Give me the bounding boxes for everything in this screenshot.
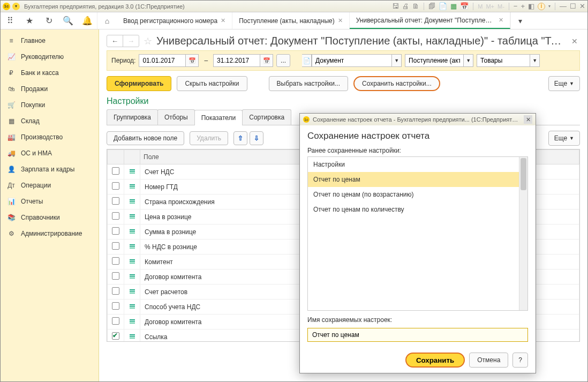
choose-settings-button[interactable]: Выбрать настройки... — [269, 76, 348, 91]
list-item[interactable]: Отчет по ценам — [308, 172, 527, 187]
info-icon[interactable]: i — [538, 3, 545, 10]
checkbox[interactable] — [112, 242, 119, 250]
tab-row: ⠿ ★ ↻ 🔍 🔔 ⌂ Ввод регистрационного номера… — [1, 12, 587, 29]
checkbox[interactable] — [112, 272, 119, 280]
sidebar-item[interactable]: 👤Зарплата и кадры — [1, 161, 99, 177]
list-item[interactable]: Настройки — [308, 157, 527, 172]
help-button[interactable]: ? — [512, 353, 528, 368]
sidebar-item[interactable]: 🚚ОС и НМА — [1, 145, 99, 161]
calendar-icon[interactable]: 📅 — [260, 54, 273, 67]
sidebar-item[interactable]: ▦Склад — [1, 113, 99, 129]
tab-grouping[interactable]: Группировка — [107, 109, 158, 125]
bell-icon[interactable]: 🔔 — [78, 16, 97, 26]
checkbox[interactable] — [112, 332, 119, 340]
apps-icon[interactable]: ⠿ — [1, 16, 20, 26]
tab-overflow-icon[interactable]: ▾ — [510, 12, 530, 29]
doc-type-select[interactable] — [405, 54, 464, 67]
tab-universal-report[interactable]: Универсальный отчет: Документ "Поступлен… — [350, 12, 510, 29]
close-icon[interactable]: ✕ — [579, 2, 585, 10]
page-close-icon[interactable]: ✕ — [569, 37, 580, 46]
sidebar-item[interactable]: 📈Руководителю — [1, 49, 99, 65]
history-icon[interactable]: ↻ — [39, 16, 58, 26]
checkbox[interactable] — [112, 197, 119, 205]
period-from-input[interactable] — [139, 54, 186, 67]
sidebar-item[interactable]: 🏭Производство — [1, 129, 99, 145]
tab-close-icon[interactable]: ✕ — [338, 17, 343, 24]
add-field-button[interactable]: Добавить новое поле — [107, 131, 184, 145]
nav-back-icon[interactable]: ← — [107, 35, 123, 47]
sidebar-item[interactable]: 🛒Покупки — [1, 97, 99, 113]
calendar-icon[interactable]: ▦ — [450, 2, 457, 10]
object-type-select[interactable] — [312, 54, 392, 67]
delete-button[interactable]: Удалить — [190, 131, 228, 145]
checkbox[interactable] — [112, 212, 119, 220]
chevron-down-icon[interactable]: ▼ — [464, 54, 473, 67]
chevron-down-icon[interactable]: ▼ — [392, 54, 402, 67]
checkbox[interactable] — [112, 182, 119, 190]
tab-close-icon[interactable]: ✕ — [499, 17, 503, 24]
scrollbar[interactable] — [519, 157, 527, 310]
sidebar-item[interactable]: 🛍Продажи — [1, 81, 99, 97]
mem-m[interactable]: M — [478, 3, 483, 10]
print-icon[interactable]: 🖨 — [402, 2, 409, 10]
tab-reg-number[interactable]: Ввод регистрационного номера ✕ — [117, 12, 232, 29]
page-title: Универсальный отчет: Документ "Поступлен… — [156, 35, 565, 47]
sidebar-item[interactable]: ДтОперации — [1, 177, 99, 193]
sidebar-label: Покупки — [21, 101, 45, 109]
tab-sorting[interactable]: Сортировка — [242, 109, 291, 125]
save-settings-button[interactable]: Сохранить настройки... — [353, 76, 440, 91]
checkbox[interactable] — [112, 302, 119, 310]
tab-indicators[interactable]: Показатели — [194, 110, 243, 125]
maximize-icon[interactable]: ☐ — [570, 2, 576, 10]
settings-name-input[interactable] — [307, 328, 528, 342]
sidebar-item[interactable]: ≡Главное — [1, 33, 99, 49]
tab-filters[interactable]: Отборы — [157, 109, 195, 125]
period-picker-button[interactable]: ... — [276, 54, 290, 67]
table-select[interactable] — [477, 54, 530, 67]
checkbox[interactable] — [112, 287, 119, 295]
checkbox[interactable] — [112, 317, 119, 325]
list-item[interactable]: Отчет по ценам (по возрастанию) — [308, 187, 527, 202]
move-down-icon[interactable]: ⇩ — [250, 131, 263, 145]
saved-settings-list[interactable]: НастройкиОтчет по ценамОтчет по ценам (п… — [307, 156, 528, 311]
app-menu-dropdown[interactable]: ▾ — [12, 3, 20, 10]
mem-mplus[interactable]: M+ — [486, 3, 494, 10]
compare-icon[interactable]: 🗐 — [428, 2, 435, 10]
minimize-icon[interactable]: — — [560, 2, 567, 10]
favorite-icon[interactable]: ☆ — [144, 35, 152, 47]
sidebar-item[interactable]: ₽Банк и касса — [1, 65, 99, 81]
tab-close-icon[interactable]: ✕ — [221, 17, 225, 24]
mem-mminus[interactable]: M- — [497, 3, 504, 10]
list-item[interactable]: Отчет по ценам по количеству — [308, 202, 527, 217]
form-button[interactable]: Сформировать — [107, 76, 171, 91]
copy-icon[interactable]: 📄 — [439, 2, 447, 10]
nav-forward-icon[interactable]: → — [123, 35, 139, 47]
date-icon[interactable]: 📅 — [460, 2, 469, 10]
more-button[interactable]: Еще▼ — [548, 131, 580, 146]
zoom-out-icon[interactable]: − — [514, 2, 518, 10]
save-button[interactable]: Сохранить — [405, 353, 465, 368]
calendar-icon[interactable]: 📅 — [186, 54, 199, 67]
chevron-down-icon[interactable]: ▼ — [530, 54, 540, 67]
field-icon — [124, 299, 140, 314]
move-up-icon[interactable]: ⇧ — [233, 131, 247, 145]
checkbox[interactable] — [112, 227, 119, 235]
hide-settings-button[interactable]: Скрыть настройки — [177, 76, 247, 91]
save-icon[interactable]: 🖫 — [392, 2, 399, 10]
sidebar-item[interactable]: 📚Справочники — [1, 209, 99, 226]
panels-icon[interactable]: ◧ — [528, 2, 534, 10]
checkbox[interactable] — [112, 257, 119, 265]
more-button[interactable]: Еще▼ — [548, 76, 580, 91]
dialog-close-icon[interactable]: ✕ — [524, 115, 532, 124]
period-to-input[interactable] — [213, 54, 260, 67]
zoom-in-icon[interactable]: + — [521, 2, 525, 10]
search-icon[interactable]: 🔍 — [58, 16, 78, 26]
sidebar-item[interactable]: 📊Отчеты — [1, 193, 99, 209]
tab-postuplenie[interactable]: Поступление (акты, накладные) ✕ — [232, 12, 350, 29]
sidebar-item[interactable]: ⚙Администрирование — [1, 226, 99, 242]
preview-icon[interactable]: 🗎 — [412, 2, 419, 10]
home-tab-icon[interactable]: ⌂ — [97, 12, 117, 29]
star-icon[interactable]: ★ — [20, 16, 39, 26]
checkbox[interactable] — [112, 167, 119, 175]
cancel-button[interactable]: Отмена — [469, 353, 508, 368]
